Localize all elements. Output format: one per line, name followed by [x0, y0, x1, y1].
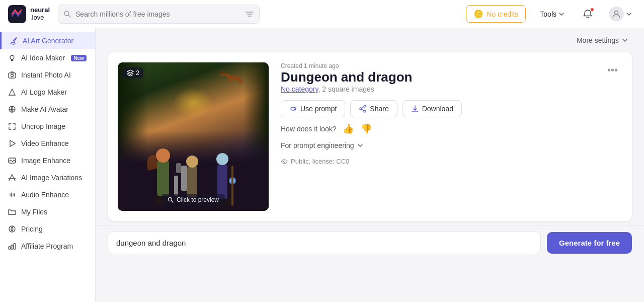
affiliate-icon: [8, 242, 16, 250]
card-meta: Created 1 minute ago: [281, 62, 412, 69]
svg-rect-14: [9, 247, 11, 249]
svg-point-9: [11, 74, 14, 77]
sidebar-item-uncrop-image[interactable]: Uncrop Image: [0, 118, 95, 135]
download-icon: [411, 105, 419, 113]
sidebar-item-ai-art-generator[interactable]: AI Art Generator: [0, 32, 95, 49]
sidebar-item-ai-idea-maker[interactable]: AI Idea Maker New: [0, 49, 95, 66]
sidebar-label: Instant Photo AI: [21, 71, 71, 79]
sidebar-item-my-files[interactable]: My Files: [0, 203, 95, 220]
logo-text: neural .love: [30, 7, 50, 21]
chevron-down-icon: [626, 11, 632, 17]
chevron-down-icon: [357, 142, 363, 148]
card-category-link[interactable]: No category: [281, 85, 318, 93]
sidebar-item-image-enhance[interactable]: Image Enhance: [0, 152, 95, 169]
image-preview[interactable]: 2 Click to preview: [118, 62, 269, 211]
sidebar-item-ai-image-variations[interactable]: AI Image Variations: [0, 169, 95, 186]
download-button[interactable]: Download: [403, 100, 462, 117]
sidebar-item-instant-photo-ai[interactable]: Instant Photo AI: [0, 66, 95, 84]
sun-glow: [173, 88, 213, 118]
card-actions: Use prompt Share: [281, 100, 622, 117]
sidebar-item-affiliate-program[interactable]: Affiliate Program: [0, 238, 95, 255]
dragon-silhouette: [213, 66, 254, 92]
main-content: More settings: [96, 28, 644, 302]
logo-icon: [8, 88, 16, 96]
card-sub: No category, 2 square images: [281, 85, 412, 93]
no-credits-button[interactable]: 🪙 No credits: [466, 5, 526, 23]
image-icon: [8, 157, 16, 165]
more-settings-bar: More settings: [96, 28, 644, 48]
user-menu-button[interactable]: [605, 5, 636, 24]
generate-button[interactable]: Generate for free: [547, 232, 632, 254]
notifications-button[interactable]: [579, 5, 597, 23]
header: neural .love 🪙 No credits Tools: [0, 0, 644, 28]
thumbs-down-button[interactable]: 👎: [360, 122, 373, 135]
share-icon: [359, 105, 367, 113]
generation-card: 2 Click to preview Created 1 minute ago: [108, 52, 632, 221]
brush-icon: [10, 37, 18, 45]
logo[interactable]: neural .love: [8, 5, 50, 23]
public-license-row: Public, license: CC0: [281, 158, 622, 165]
new-badge: New: [71, 55, 87, 61]
body-layout: AI Art Generator AI Idea Maker New Insta…: [0, 28, 644, 302]
sidebar-label: Video Enhance: [21, 139, 69, 147]
dollar-icon: [8, 225, 16, 233]
svg-rect-18: [157, 161, 169, 196]
svg-point-32: [168, 198, 172, 201]
tools-button[interactable]: Tools: [534, 7, 571, 22]
card-image-count: , 2 square images: [318, 85, 374, 93]
globe-icon: [8, 105, 16, 113]
prompt-engineering-toggle[interactable]: For prompt engineering: [281, 140, 622, 150]
variations-icon: [8, 174, 16, 182]
share-button[interactable]: Share: [350, 100, 397, 117]
layers-icon: [127, 69, 134, 77]
sidebar-item-make-ai-avatar[interactable]: Make AI Avatar: [0, 101, 95, 118]
click-to-preview: Click to preview: [162, 194, 225, 206]
coin-icon: 🪙: [473, 9, 484, 19]
svg-rect-16: [14, 244, 16, 249]
use-prompt-label: Use prompt: [300, 105, 337, 113]
search-bar: [58, 5, 260, 24]
sidebar-label: AI Idea Maker: [21, 54, 65, 62]
image-inner: [118, 62, 269, 211]
svg-point-19: [156, 148, 170, 163]
svg-point-6: [615, 11, 618, 14]
svg-point-7: [10, 55, 14, 59]
sidebar-label: Make AI Avatar: [21, 105, 68, 113]
sidebar: AI Art Generator AI Idea Maker New Insta…: [0, 28, 96, 302]
svg-line-2: [68, 15, 70, 17]
more-settings-label: More settings: [577, 36, 619, 44]
no-credits-label: No credits: [487, 10, 518, 18]
sidebar-label: Uncrop Image: [21, 122, 65, 130]
sidebar-label: AI Art Generator: [23, 37, 73, 45]
sidebar-item-pricing[interactable]: Pricing: [0, 220, 95, 238]
svg-rect-24: [181, 166, 187, 191]
sidebar-item-ai-logo-maker[interactable]: AI Logo Maker: [0, 84, 95, 101]
share-label: Share: [370, 105, 388, 113]
bulb-icon: [8, 54, 16, 62]
play-icon: [8, 139, 16, 147]
search-input[interactable]: [75, 10, 241, 18]
sidebar-label: My Files: [21, 208, 47, 216]
sidebar-label: AI Image Variations: [21, 174, 82, 182]
sidebar-label: AI Logo Maker: [21, 88, 67, 96]
svg-line-33: [172, 201, 173, 202]
svg-point-35: [364, 110, 366, 112]
sidebar-item-audio-enhance[interactable]: Audio Enhance: [0, 186, 95, 203]
prompt-input[interactable]: [108, 232, 541, 254]
feedback-row: How does it look? 👍 👎: [281, 122, 622, 135]
sidebar-item-video-enhance[interactable]: Video Enhance: [0, 135, 95, 152]
notification-dot: [590, 8, 594, 12]
filter-icon[interactable]: [245, 10, 254, 19]
use-prompt-button[interactable]: Use prompt: [281, 100, 345, 117]
prompt-eng-label: For prompt engineering: [281, 141, 354, 149]
tools-label: Tools: [540, 10, 556, 18]
svg-point-23: [186, 156, 198, 168]
search-icon: [63, 10, 71, 18]
bottom-bar: Generate for free: [96, 225, 644, 260]
svg-point-36: [360, 108, 362, 110]
svg-rect-22: [187, 167, 197, 197]
more-options-button[interactable]: •••: [603, 62, 622, 78]
more-settings-button[interactable]: More settings: [577, 36, 628, 44]
card-details: Created 1 minute ago Dungeon and dragon …: [281, 62, 622, 211]
thumbs-up-button[interactable]: 👍: [342, 122, 355, 135]
